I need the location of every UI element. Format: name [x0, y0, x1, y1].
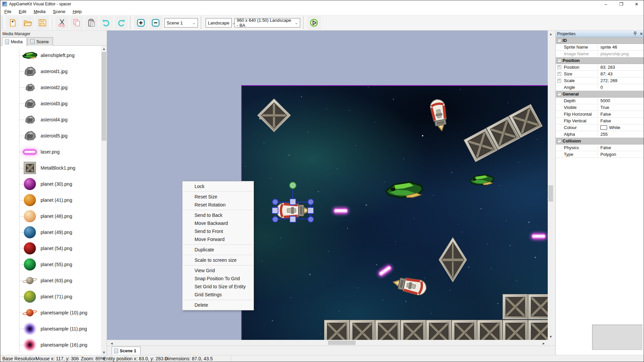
scroll-down-icon[interactable]: ▼ — [101, 350, 107, 355]
context-menu-item-send-to-front[interactable]: Send to Front — [182, 227, 254, 235]
media-item[interactable]: planet (54).png — [0, 240, 101, 256]
media-item[interactable]: alienshipleft.png — [0, 47, 101, 63]
property-section-general[interactable]: −General — [556, 91, 644, 98]
menu-help[interactable]: Help — [69, 8, 85, 15]
media-item[interactable]: planet (63).png — [0, 273, 101, 289]
block-sprite[interactable] — [400, 320, 426, 340]
orientation-select[interactable]: Landscape ⌄ — [206, 18, 232, 27]
property-value[interactable]: 255 — [598, 132, 644, 137]
media-item[interactable]: asteroid2.jpg — [0, 79, 101, 96]
resize-handle-s[interactable] — [289, 216, 296, 223]
property-value[interactable]: White — [598, 125, 644, 130]
scrollbar-thumb[interactable] — [102, 52, 106, 141]
block-sprite[interactable] — [350, 320, 375, 340]
property-value[interactable]: playership.png — [598, 51, 644, 56]
editor-canvas[interactable] — [107, 31, 548, 340]
pin-icon[interactable] — [633, 32, 637, 36]
resize-handle-ne[interactable] — [308, 199, 314, 205]
resize-handle-w[interactable] — [272, 207, 278, 214]
zoom-out-button[interactable] — [149, 16, 162, 29]
collapse-icon[interactable]: − — [557, 92, 561, 96]
context-menu-item-delete[interactable]: Delete — [182, 301, 254, 309]
collapse-icon[interactable]: − — [557, 139, 561, 143]
paste-button[interactable] — [85, 16, 98, 29]
block-sprite[interactable] — [451, 320, 477, 340]
canvas-h-scrollbar[interactable]: ◄ ► — [108, 340, 547, 346]
scroll-down-icon[interactable]: ▼ — [548, 334, 553, 339]
ship-sprite[interactable] — [428, 97, 450, 133]
block-sprite[interactable] — [257, 98, 291, 132]
block-sprite[interactable] — [502, 294, 528, 319]
save-button[interactable] — [36, 16, 49, 29]
context-menu-item-duplicate[interactable]: Duplicate — [182, 246, 254, 254]
resize-handle-se[interactable] — [308, 216, 314, 223]
collapse-icon[interactable]: − — [557, 39, 561, 42]
property-value[interactable]: sprite 46 — [598, 45, 644, 50]
block-sprite[interactable] — [528, 320, 548, 340]
resolution-select[interactable]: 960 x 640 (1.50) Landscape - BA ⌄ — [234, 18, 300, 27]
laser-sprite[interactable] — [377, 264, 393, 277]
tab-media[interactable]: Media — [2, 37, 27, 46]
media-item[interactable]: laser.png — [0, 144, 101, 160]
open-folder-button[interactable] — [21, 16, 34, 29]
context-menu-item-reset-rotation[interactable]: Reset Rotation — [182, 201, 254, 209]
media-item[interactable]: asteroid1.jpg — [0, 63, 101, 79]
tab-scene[interactable]: Scene — [28, 37, 53, 46]
context-menu-item-set-grid-to-size-of-entity[interactable]: Set Grid to Size of Entity — [182, 283, 254, 291]
expand-icon[interactable]: + — [557, 79, 561, 82]
media-item[interactable]: planetsample (10).png — [0, 305, 101, 321]
property-value[interactable]: 83; 283 — [598, 65, 644, 70]
media-item[interactable]: MetalBlock1.png — [0, 160, 101, 176]
redo-button[interactable] — [114, 16, 128, 29]
tab-scene-1[interactable]: Scene 1 — [112, 347, 141, 355]
cut-button[interactable] — [55, 16, 69, 29]
context-menu-item-send-to-back[interactable]: Send to Back — [182, 211, 254, 219]
scroll-up-icon[interactable]: ▲ — [101, 46, 107, 51]
copy-button[interactable] — [70, 16, 84, 29]
block-sprite[interactable] — [477, 320, 502, 340]
property-value[interactable]: 5000 — [598, 98, 644, 103]
undo-button[interactable] — [100, 16, 113, 29]
context-menu-item-view-grid[interactable]: View Grid — [182, 266, 254, 275]
context-menu-item-move-backward[interactable]: Move Backward — [182, 219, 254, 227]
context-menu-item-grid-settings[interactable]: Grid Settings — [182, 291, 254, 299]
property-value[interactable]: 0 — [598, 85, 644, 90]
zoom-in-button[interactable] — [134, 16, 148, 29]
resize-handle-sw[interactable] — [272, 216, 278, 223]
media-item[interactable]: asteroid5.jpg — [0, 128, 101, 144]
maximize-button[interactable]: ❐ — [613, 0, 629, 8]
scroll-left-icon[interactable]: ◄ — [109, 341, 114, 346]
context-menu-item-scale-to-screen-size[interactable]: Scale to screen size — [182, 256, 254, 264]
property-value[interactable]: 272; 269 — [598, 78, 644, 83]
close-button[interactable]: ✕ — [629, 0, 644, 8]
media-item[interactable]: planetsample (16).png — [0, 337, 101, 353]
menu-file[interactable]: File — [1, 8, 15, 15]
play-button[interactable] — [307, 16, 321, 29]
context-menu-item-move-forward[interactable]: Move Forward — [182, 235, 254, 243]
media-item[interactable]: planet (30).png — [0, 176, 101, 192]
laser-sprite[interactable] — [531, 234, 546, 239]
laser-sprite[interactable] — [333, 208, 348, 214]
expand-icon[interactable]: + — [557, 65, 561, 69]
new-file-button[interactable] — [6, 16, 19, 29]
scroll-up-icon[interactable]: ▲ — [548, 31, 553, 37]
property-section-collision[interactable]: −Collision — [556, 138, 644, 144]
collapse-icon[interactable]: − — [557, 59, 561, 62]
scene-viewport[interactable] — [241, 85, 548, 340]
scrollbar-thumb[interactable] — [328, 341, 356, 345]
media-item[interactable]: planet (55).png — [0, 256, 101, 273]
resize-handle-e[interactable] — [307, 207, 314, 214]
close-icon[interactable]: ✕ — [640, 32, 643, 36]
media-item[interactable]: asteroid3.jpg — [0, 96, 101, 112]
property-value[interactable]: Polygon — [598, 152, 644, 157]
expand-icon[interactable]: + — [557, 72, 561, 76]
ship-sprite[interactable] — [391, 274, 429, 298]
scene-select[interactable]: Scene 1 ⌄ — [164, 18, 198, 27]
alien-sprite[interactable] — [384, 179, 424, 201]
media-item[interactable]: planet (71).png — [0, 289, 101, 305]
property-section-position[interactable]: −Position — [556, 57, 644, 64]
property-value[interactable]: 87; 43 — [598, 71, 644, 76]
menu-scene[interactable]: Scene — [50, 8, 69, 15]
media-item[interactable]: planet (41).png — [0, 192, 101, 208]
resize-handle-n[interactable] — [289, 198, 296, 205]
